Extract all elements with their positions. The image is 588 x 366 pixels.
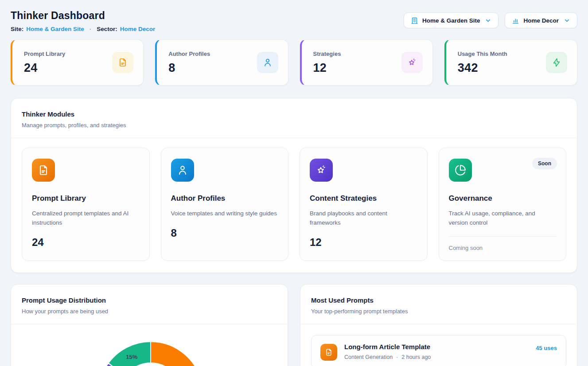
modules-header: Thinker Modules Manage prompts, profiles… — [11, 98, 577, 138]
thinker-modules-card: Thinker Modules Manage prompts, profiles… — [11, 98, 577, 273]
module-description: Voice templates and writing style guides — [171, 209, 279, 218]
user-icon — [257, 52, 278, 73]
usage-card-header: Prompt Usage Distribution How your promp… — [11, 284, 288, 324]
site-label: Site: — [11, 26, 23, 32]
file-text-icon — [32, 159, 55, 182]
most-used-prompts-card: Most Used Prompts Your top-performing pr… — [300, 284, 577, 366]
prompt-time: 2 hours ago — [401, 354, 431, 360]
prompt-category: Content Generation — [344, 354, 393, 360]
meta-separator: · — [396, 354, 398, 360]
chevron-down-icon — [563, 17, 570, 24]
module-card-governance[interactable]: Soon Governance Track AI usage, complian… — [439, 148, 567, 261]
bottom-row: Prompt Usage Distribution How your promp… — [11, 284, 577, 366]
user-icon — [171, 159, 194, 182]
prompts-card-title: Most Used Prompts — [311, 296, 566, 304]
breadcrumb-separator: · — [90, 26, 92, 32]
prompts-card-header: Most Used Prompts Your top-performing pr… — [300, 284, 577, 324]
usage-card-subtitle: How your prompts are being used — [22, 308, 277, 315]
module-card-prompt-library[interactable]: Prompt Library Centralized prompt templa… — [22, 148, 150, 261]
bar-chart-icon — [512, 17, 519, 24]
sector-selector-dropdown[interactable]: Home Decor — [505, 12, 577, 28]
chevron-down-icon — [484, 17, 491, 24]
prompt-uses-count: 45 uses — [536, 345, 557, 351]
prompt-title: Long-form Article Template — [344, 343, 431, 350]
site-link[interactable]: Home & Garden Site — [26, 26, 84, 32]
module-title: Governance — [449, 194, 557, 203]
module-title: Prompt Library — [32, 194, 140, 203]
building-icon — [411, 17, 418, 24]
module-count: 8 — [171, 227, 279, 239]
prompt-list-item[interactable]: Long-form Article Template Content Gener… — [311, 335, 566, 366]
pie-chart-icon — [449, 159, 472, 182]
prompts-list: Long-form Article Template Content Gener… — [300, 324, 577, 366]
module-title: Author Profiles — [171, 194, 279, 203]
header-left: Thinker Dashboard Site: Home & Garden Si… — [11, 10, 155, 32]
site-selector-dropdown[interactable]: Home & Garden Site — [404, 12, 499, 28]
module-count: 24 — [32, 236, 140, 249]
usage-donut-chart: 15% — [11, 324, 288, 366]
soon-badge: Soon — [532, 158, 557, 169]
header-buttons: Home & Garden Site Home Decor — [404, 12, 577, 28]
sector-link[interactable]: Home Decor — [120, 26, 156, 32]
coming-soon-text: Coming soon — [449, 245, 557, 251]
module-description: Track AI usage, compliance, and version … — [449, 209, 557, 228]
modules-title: Thinker Modules — [22, 110, 566, 118]
module-divider — [449, 236, 557, 237]
prompt-meta: Content Generation · 2 hours ago — [344, 354, 431, 360]
prompt-item-text: Long-form Article Template Content Gener… — [344, 343, 431, 360]
stat-card-author-profiles: Author Profiles 8 — [155, 39, 288, 86]
sector-selector-label: Home Decor — [523, 17, 559, 24]
svg-text:15%: 15% — [126, 354, 137, 360]
modules-grid: Prompt Library Centralized prompt templa… — [11, 138, 577, 273]
module-title: Content Strategies — [310, 194, 417, 203]
file-text-icon — [320, 344, 337, 361]
stat-card-strategies: Strategies 12 — [300, 39, 433, 86]
page-title: Thinker Dashboard — [11, 10, 155, 22]
page-header: Thinker Dashboard Site: Home & Garden Si… — [11, 10, 577, 32]
sparkle-star-icon — [401, 52, 423, 73]
sparkle-star-icon — [310, 159, 333, 182]
site-selector-label: Home & Garden Site — [422, 17, 480, 24]
breadcrumb: Site: Home & Garden Site · Sector: Home … — [11, 26, 155, 32]
module-description: Centralized prompt templates and AI inst… — [32, 209, 140, 228]
file-text-icon — [112, 52, 133, 73]
module-description: Brand playbooks and content frameworks — [310, 209, 417, 228]
dashboard-page: Thinker Dashboard Site: Home & Garden Si… — [0, 0, 588, 366]
modules-subtitle: Manage prompts, profiles, and strategies — [22, 122, 566, 128]
stat-card-prompt-library: Prompt Library 24 — [11, 39, 144, 86]
stat-card-usage: Usage This Month 342 — [444, 39, 577, 86]
prompt-usage-distribution-card: Prompt Usage Distribution How your promp… — [11, 284, 288, 366]
module-card-content-strategies[interactable]: Content Strategies Brand playbooks and c… — [300, 148, 428, 261]
prompts-card-subtitle: Your top-performing prompt templates — [311, 308, 566, 315]
sector-label: Sector: — [97, 26, 117, 32]
module-count: 12 — [310, 236, 417, 249]
module-card-author-profiles[interactable]: Author Profiles Voice templates and writ… — [161, 148, 289, 261]
stats-row: Prompt Library 24 Author Profiles 8 Stra… — [11, 39, 577, 86]
zap-icon — [546, 52, 567, 73]
usage-card-title: Prompt Usage Distribution — [22, 296, 277, 304]
chart-area: 15% — [11, 324, 288, 366]
